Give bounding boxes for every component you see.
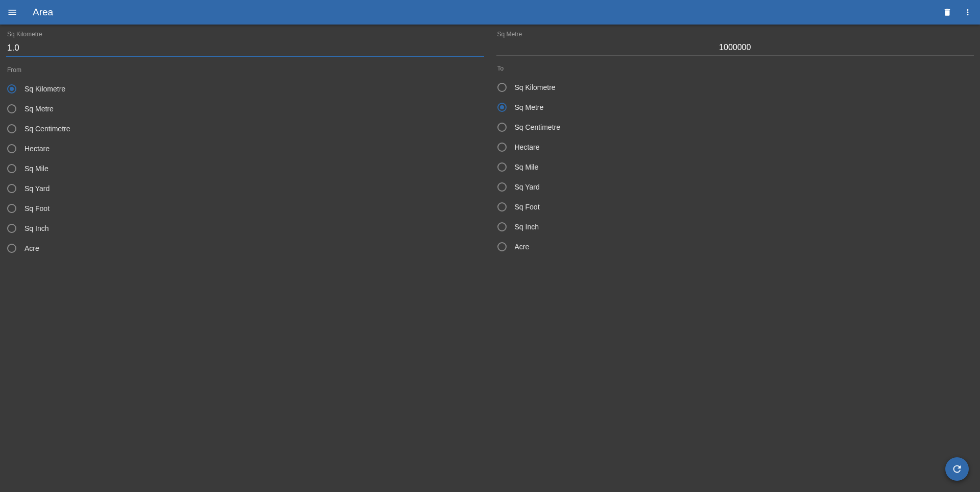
trash-icon xyxy=(943,8,952,17)
from-value-input[interactable] xyxy=(6,40,484,57)
radio-label: Acre xyxy=(515,243,530,251)
to-radio-sq-mile[interactable]: Sq Mile xyxy=(496,157,974,177)
radio-label: Sq Yard xyxy=(515,183,540,191)
from-section-label: From xyxy=(6,66,484,74)
radio-icon xyxy=(497,103,507,112)
radio-icon xyxy=(497,123,507,132)
radio-icon xyxy=(7,124,16,133)
from-input-wrap xyxy=(6,40,484,57)
from-radio-sq-mile[interactable]: Sq Mile xyxy=(6,158,484,178)
more-vert-icon xyxy=(963,8,972,17)
to-radio-sq-kilometre[interactable]: Sq Kilometre xyxy=(496,77,974,97)
from-radio-hectare[interactable]: Hectare xyxy=(6,138,484,158)
hamburger-icon xyxy=(7,7,17,17)
to-radio-hectare[interactable]: Hectare xyxy=(496,137,974,157)
radio-label: Sq Kilometre xyxy=(515,83,556,91)
radio-icon xyxy=(7,204,16,213)
radio-icon xyxy=(7,184,16,193)
radio-label: Sq Kilometre xyxy=(25,85,65,93)
from-panel: Sq Kilometre From Sq KilometreSq MetreSq… xyxy=(0,31,490,492)
radio-icon xyxy=(7,104,16,113)
refresh-icon xyxy=(951,463,963,475)
radio-icon xyxy=(497,162,507,172)
from-radio-acre[interactable]: Acre xyxy=(6,238,484,258)
to-panel: Sq Metre To Sq KilometreSq MetreSq Centi… xyxy=(490,31,981,492)
radio-icon xyxy=(7,144,16,153)
menu-button[interactable] xyxy=(4,4,20,20)
to-radio-sq-metre[interactable]: Sq Metre xyxy=(496,97,974,117)
swap-fab[interactable] xyxy=(945,457,969,481)
radio-label: Hectare xyxy=(25,145,50,153)
page-title: Area xyxy=(33,7,53,18)
radio-dot-icon xyxy=(500,105,504,109)
overflow-menu-button[interactable] xyxy=(960,4,976,20)
radio-icon xyxy=(7,164,16,173)
app-bar-left: Area xyxy=(4,4,53,20)
to-unit-label: Sq Metre xyxy=(496,31,974,38)
to-radio-sq-yard[interactable]: Sq Yard xyxy=(496,177,974,197)
radio-icon xyxy=(7,84,16,93)
radio-label: Hectare xyxy=(515,143,540,151)
content: Sq Kilometre From Sq KilometreSq MetreSq… xyxy=(0,25,980,492)
radio-icon xyxy=(497,222,507,231)
to-radio-sq-inch[interactable]: Sq Inch xyxy=(496,217,974,237)
radio-dot-icon xyxy=(10,87,14,91)
app-bar: Area xyxy=(0,0,980,25)
to-radio-acre[interactable]: Acre xyxy=(496,237,974,256)
radio-label: Sq Inch xyxy=(25,224,49,232)
to-input-wrap xyxy=(496,40,974,56)
from-radio-list: Sq KilometreSq MetreSq CentimetreHectare… xyxy=(6,79,484,258)
delete-button[interactable] xyxy=(939,4,955,20)
radio-label: Sq Centimetre xyxy=(25,125,70,133)
radio-label: Sq Metre xyxy=(25,105,54,113)
radio-label: Sq Centimetre xyxy=(515,123,560,131)
to-radio-list: Sq KilometreSq MetreSq CentimetreHectare… xyxy=(496,77,974,256)
radio-label: Sq Foot xyxy=(515,203,540,211)
from-radio-sq-kilometre[interactable]: Sq Kilometre xyxy=(6,79,484,99)
from-radio-sq-foot[interactable]: Sq Foot xyxy=(6,198,484,218)
app-bar-right xyxy=(939,4,976,20)
radio-icon xyxy=(497,83,507,92)
radio-icon xyxy=(7,224,16,233)
to-section-label: To xyxy=(496,65,974,72)
from-radio-sq-centimetre[interactable]: Sq Centimetre xyxy=(6,119,484,138)
radio-label: Sq Metre xyxy=(515,103,544,111)
radio-label: Sq Foot xyxy=(25,204,50,213)
to-radio-sq-foot[interactable]: Sq Foot xyxy=(496,197,974,217)
to-value-output[interactable] xyxy=(496,40,974,56)
radio-label: Sq Mile xyxy=(515,163,539,171)
from-radio-sq-yard[interactable]: Sq Yard xyxy=(6,178,484,198)
from-unit-label: Sq Kilometre xyxy=(6,31,484,38)
radio-label: Sq Yard xyxy=(25,184,50,193)
from-radio-sq-metre[interactable]: Sq Metre xyxy=(6,99,484,119)
to-radio-sq-centimetre[interactable]: Sq Centimetre xyxy=(496,117,974,137)
radio-icon xyxy=(7,244,16,253)
radio-icon xyxy=(497,143,507,152)
radio-label: Sq Mile xyxy=(25,165,49,173)
radio-label: Acre xyxy=(25,244,39,252)
radio-icon xyxy=(497,202,507,212)
radio-icon xyxy=(497,242,507,251)
radio-label: Sq Inch xyxy=(515,223,539,231)
radio-icon xyxy=(497,182,507,192)
from-radio-sq-inch[interactable]: Sq Inch xyxy=(6,218,484,238)
